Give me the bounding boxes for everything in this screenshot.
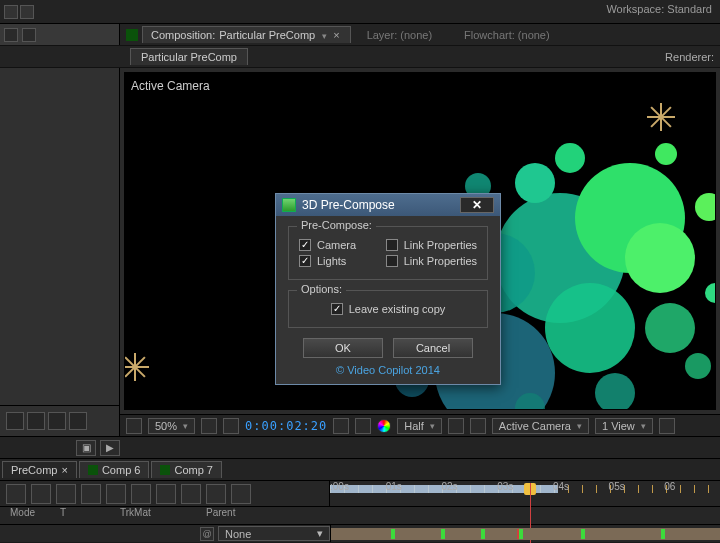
timeline-tab-label: PreComp [11,464,57,476]
composition-name: Particular PreComp [219,29,315,41]
active-camera-label: Active Camera [131,79,210,93]
color-icon[interactable] [377,419,391,433]
checkbox-camera[interactable] [299,239,311,251]
rail-icon[interactable] [48,412,66,430]
ok-button[interactable]: OK [303,338,383,358]
transparency-icon[interactable] [470,418,486,434]
tick-label: :00s [330,481,386,492]
composition-viewport[interactable]: Active Camera [124,72,716,410]
flowchart-tab[interactable]: Flowchart: (none) [448,27,566,43]
timeline-tab[interactable]: Comp 7 [151,461,222,478]
panel-icon[interactable] [4,28,18,42]
tool-icon[interactable] [20,5,34,19]
checkbox-link-camera[interactable] [386,239,398,251]
col-mode: Mode [0,507,60,524]
col-t: T [60,507,120,524]
precompose-dialog: 3D Pre-Compose ✕ Pre-Compose: Camera Lin… [275,193,501,385]
dialog-copyright: © Video Copilot 2014 [288,364,488,376]
rail-icon[interactable] [27,412,45,430]
close-icon[interactable]: × [331,29,341,41]
checkbox-lights-label: Lights [317,255,346,267]
layer-row[interactable]: @ None▾ [0,525,720,543]
rail-icon[interactable] [6,412,24,430]
timecode-display[interactable]: 0:00:02:20 [245,419,327,433]
timeline-tab[interactable]: Comp 6 [79,461,150,478]
checkbox-camera-label: Camera [317,239,356,251]
lens-flare-icon [124,353,149,381]
composition-tab[interactable]: Composition: Particular PreComp × [142,26,351,43]
checkbox-leave-copy[interactable] [331,303,343,315]
grid-icon[interactable] [201,418,217,434]
group-label-precompose: Pre-Compose: [297,219,376,231]
comp-icon [160,465,170,475]
timeline-tool-icon[interactable] [231,484,251,504]
tick-label: 01s [386,481,442,492]
parent-dropdown[interactable]: None▾ [218,526,330,541]
zoom-dropdown[interactable]: 50% [148,418,195,434]
timeline-tool-icon[interactable] [81,484,101,504]
channel-icon[interactable] [355,418,371,434]
checkbox-link-lights-label: Link Properties [404,255,477,267]
timeline-tool-icon[interactable] [206,484,226,504]
timeline-tool-icon[interactable] [56,484,76,504]
tool-icon[interactable] [4,5,18,19]
pickwhip-icon[interactable]: @ [200,527,214,541]
cancel-button[interactable]: Cancel [393,338,473,358]
timeline-tool-icon[interactable] [131,484,151,504]
workspace-value[interactable]: Standard [667,3,712,15]
view-option-icon[interactable] [659,418,675,434]
renderer-label[interactable]: Renderer: [665,51,720,63]
time-ruler[interactable]: :00s 01s 02s 03s 04s 05s 06 [330,481,720,506]
col-parent: Parent [200,507,330,524]
timeline-tool-icon[interactable] [31,484,51,504]
comp-subtab[interactable]: Particular PreComp [130,48,248,65]
checkbox-link-lights[interactable] [386,255,398,267]
dialog-app-icon [282,198,296,212]
timeline-tab[interactable]: PreComp × [2,461,77,478]
checkbox-link-camera-label: Link Properties [404,239,477,251]
rail-icon[interactable] [69,412,87,430]
dialog-title: 3D Pre-Compose [302,198,395,212]
layer-tab[interactable]: Layer: (none) [351,27,448,43]
views-dropdown[interactable]: 1 View [595,418,653,434]
expand-icon[interactable]: ▣ [76,440,96,456]
timeline-tab-label: Comp 7 [174,464,213,476]
play-icon[interactable]: ▶ [100,440,120,456]
resolution-dropdown[interactable]: Half [397,418,442,434]
checkbox-leave-copy-label: Leave existing copy [349,303,446,315]
close-icon[interactable]: × [61,464,67,476]
col-trkmat: TrkMat [120,507,200,524]
tick-label: 06 [664,481,720,492]
timeline-tool-icon[interactable] [181,484,201,504]
lens-flare-icon [647,103,675,131]
workspace-label: Workspace: [606,3,664,15]
chevron-down-icon[interactable] [319,29,327,41]
timeline-tab-label: Comp 6 [102,464,141,476]
roi-icon[interactable] [448,418,464,434]
viewer-icon[interactable] [126,418,142,434]
tick-label: 02s [441,481,497,492]
comp-icon [126,29,138,41]
group-label-options: Options: [297,283,346,295]
snapshot-icon[interactable] [333,418,349,434]
timeline-tool-icon[interactable] [156,484,176,504]
comp-icon [88,465,98,475]
timeline-tool-icon[interactable] [106,484,126,504]
panel-icon[interactable] [22,28,36,42]
mask-icon[interactable] [223,418,239,434]
camera-dropdown[interactable]: Active Camera [492,418,589,434]
tick-label: 05s [609,481,665,492]
checkbox-lights[interactable] [299,255,311,267]
tick-label: 04s [553,481,609,492]
timeline-tool-icon[interactable] [6,484,26,504]
dialog-close-button[interactable]: ✕ [460,197,494,213]
composition-prefix: Composition: [151,29,215,41]
